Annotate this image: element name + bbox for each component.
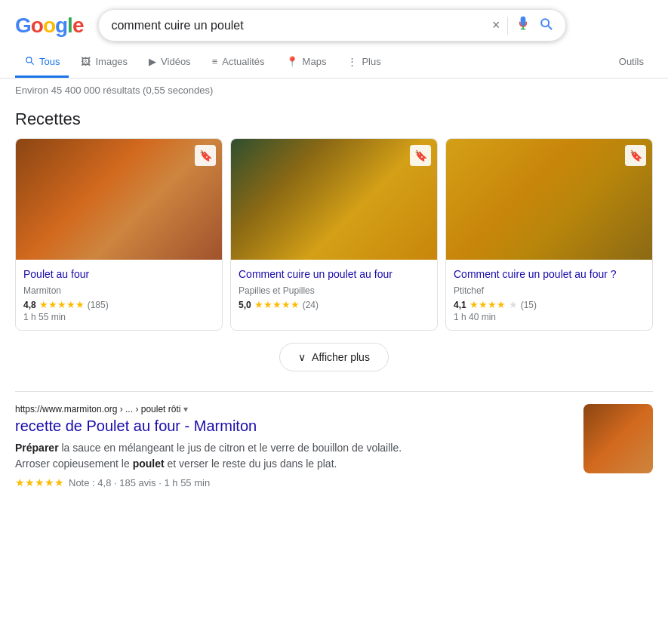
plus-tab-icon: ⋮: [347, 56, 357, 67]
chevron-down-icon: ∨: [298, 351, 306, 363]
recipe-title-2[interactable]: Comment cuire un poulet au four: [239, 267, 429, 281]
bookmark-icon-2[interactable]: 🔖: [410, 145, 431, 166]
tab-tous[interactable]: Tous: [15, 48, 69, 78]
search-button[interactable]: [538, 16, 553, 35]
result-meta: ★★★★★ Note : 4,8 · 185 avis · 1 h 55 min: [15, 476, 571, 488]
bookmark-icon-3[interactable]: 🔖: [625, 145, 646, 166]
recipe-image-2: 🔖: [231, 139, 437, 260]
recipe-rating-1: 4,8 ★★★★★ (185): [23, 299, 214, 310]
afficher-plus-wrapper: ∨ Afficher plus: [15, 331, 653, 384]
search-tab-icon: [24, 55, 35, 68]
results-count: Environ 45 400 000 résultats (0,55 secon…: [0, 79, 668, 102]
recettes-section: Recettes 🔖 Poulet au four Marmiton 4,8 ★…: [0, 102, 668, 391]
microphone-icon[interactable]: [516, 16, 531, 35]
tab-videos-label: Vidéos: [161, 56, 191, 67]
recipe-image-3: 🔖: [446, 139, 652, 260]
recipe-body-1: Poulet au four Marmiton 4,8 ★★★★★ (185) …: [16, 260, 222, 330]
tab-maps[interactable]: 📍 Maps: [277, 48, 336, 77]
videos-tab-icon: ▶: [149, 56, 156, 67]
rating-stars-3: ★★★★: [469, 299, 506, 310]
bookmark-icon-1[interactable]: 🔖: [195, 145, 216, 166]
snippet-text-1: la sauce en mélangeant le jus de citron …: [59, 442, 402, 454]
header: G o o g l e ×: [0, 0, 668, 48]
recipe-body-2: Comment cuire un poulet au four Papilles…: [231, 260, 437, 319]
snippet-bold-1: Préparer: [15, 442, 59, 454]
afficher-plus-label: Afficher plus: [312, 351, 370, 363]
recipe-source-1: Marmiton: [23, 285, 214, 296]
search-input[interactable]: [111, 19, 491, 32]
tab-images-label: Images: [95, 56, 128, 67]
result-thumbnail[interactable]: [583, 404, 653, 473]
rating-score-1: 4,8: [23, 300, 36, 310]
recipe-body-3: Comment cuire un poulet au four ? Ptitch…: [446, 260, 652, 330]
recipe-rating-2: 5,0 ★★★★★ (24): [239, 299, 429, 310]
result-meta-text: Note : 4,8 · 185 avis · 1 h 55 min: [69, 477, 210, 488]
tab-maps-label: Maps: [303, 56, 327, 67]
nav-tabs: Tous 🖼 Images ▶ Vidéos ≡ Actualités 📍 Ma…: [0, 48, 668, 79]
tab-actualites-label: Actualités: [222, 56, 264, 67]
snippet-text-2: Arroser copieusement le: [15, 458, 133, 470]
snippet-bold-2: poulet: [133, 458, 165, 470]
actualites-tab-icon: ≡: [212, 56, 218, 67]
result-url-text: https://www.marmiton.org › ... › poulet …: [15, 404, 180, 414]
result-url: https://www.marmiton.org › ... › poulet …: [15, 404, 571, 414]
recipe-time-1: 1 h 55 min: [23, 312, 214, 322]
result-url-dropdown[interactable]: ▾: [183, 404, 188, 414]
logo-letter-g2: g: [55, 14, 67, 38]
logo-letter-o1: o: [31, 14, 43, 38]
recipe-title-3[interactable]: Comment cuire un poulet au four ?: [454, 267, 645, 281]
rating-star-empty-3: ★: [509, 299, 518, 310]
recipe-title-1[interactable]: Poulet au four: [23, 267, 214, 281]
snippet-text-3: et verser le reste du jus dans le plat.: [165, 458, 337, 470]
tab-actualites[interactable]: ≡ Actualités: [203, 48, 274, 77]
rating-stars-1: ★★★★★: [39, 299, 85, 310]
clear-icon[interactable]: ×: [492, 17, 500, 33]
rating-count-3: (15): [521, 300, 537, 310]
search-result-main: https://www.marmiton.org › ... › poulet …: [15, 404, 571, 488]
rating-count-2: (24): [303, 300, 319, 310]
search-result-1: https://www.marmiton.org › ... › poulet …: [0, 392, 668, 501]
tab-plus[interactable]: ⋮ Plus: [338, 48, 389, 77]
tab-images[interactable]: 🖼 Images: [72, 48, 137, 77]
recipe-image-1: 🔖: [16, 139, 222, 260]
recipe-cards-container: 🔖 Poulet au four Marmiton 4,8 ★★★★★ (185…: [15, 138, 653, 331]
recipe-card-3[interactable]: 🔖 Comment cuire un poulet au four ? Ptit…: [445, 138, 653, 331]
recettes-title: Recettes: [15, 109, 653, 129]
result-link[interactable]: recette de Poulet au four - Marmiton: [15, 416, 571, 436]
rating-count-1: (185): [88, 300, 109, 310]
icon-divider: [507, 17, 508, 35]
recipe-source-2: Papilles et Pupilles: [239, 285, 429, 296]
rating-score-3: 4,1: [454, 300, 466, 310]
tab-videos[interactable]: ▶ Vidéos: [140, 48, 200, 77]
tab-plus-label: Plus: [362, 56, 380, 67]
google-logo[interactable]: G o o g l e: [15, 14, 83, 38]
search-bar-icons: ×: [492, 16, 554, 35]
recipe-source-3: Ptitchef: [454, 285, 645, 296]
result-stars: ★★★★★: [15, 476, 64, 488]
recipe-rating-3: 4,1 ★★★★★ (15): [454, 299, 645, 310]
logo-letter-e: e: [72, 14, 84, 38]
maps-tab-icon: 📍: [286, 56, 298, 67]
logo-letter-l: l: [67, 14, 72, 38]
tab-outils[interactable]: Outils: [610, 48, 653, 77]
search-bar: ×: [98, 9, 566, 42]
images-tab-icon: 🖼: [81, 56, 91, 67]
logo-letter-o2: o: [43, 14, 55, 38]
recipe-card-2[interactable]: 🔖 Comment cuire un poulet au four Papill…: [230, 138, 438, 331]
recipe-card-1[interactable]: 🔖 Poulet au four Marmiton 4,8 ★★★★★ (185…: [15, 138, 223, 331]
logo-letter-g1: G: [15, 14, 31, 38]
result-snippet: Préparer la sauce en mélangeant le jus d…: [15, 440, 571, 472]
afficher-plus-button[interactable]: ∨ Afficher plus: [279, 343, 389, 371]
recipe-time-3: 1 h 40 min: [454, 312, 645, 322]
rating-stars-2: ★★★★★: [254, 299, 300, 310]
rating-score-2: 5,0: [239, 300, 251, 310]
tab-tous-label: Tous: [39, 56, 60, 67]
